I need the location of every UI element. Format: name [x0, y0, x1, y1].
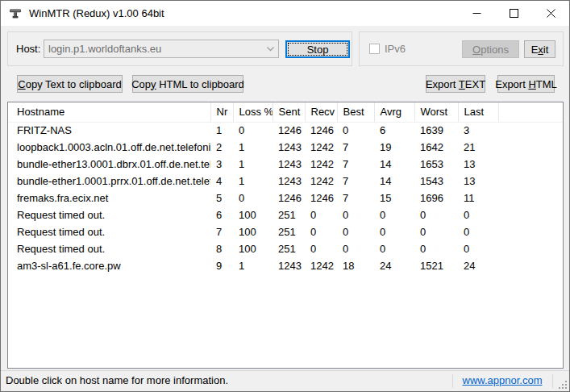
- cell-avrg: 0: [374, 223, 414, 240]
- window-title: WinMTR (Redux) v1.00 64bit: [29, 7, 164, 19]
- cell-recv: 1242: [305, 156, 337, 173]
- cell-nr: 4: [210, 173, 233, 190]
- window-controls: [458, 1, 569, 26]
- cell-filler: [498, 139, 563, 156]
- cell-nr: 3: [210, 156, 233, 173]
- ipv6-label: IPv6: [385, 43, 406, 55]
- title-bar: WinMTR (Redux) v1.00 64bit: [1, 1, 569, 26]
- cell-best: 7: [337, 139, 374, 156]
- cell-filler: [498, 223, 563, 240]
- table-row[interactable]: FRITZ-NAS10124612460616393: [8, 122, 563, 139]
- copy-text-button-label: Copy Text to clipboard: [18, 78, 121, 90]
- cell-last: 0: [458, 240, 498, 257]
- cell-last: 13: [458, 173, 498, 190]
- cell-avrg: 24: [374, 257, 414, 274]
- status-link-pane: www.appnor.com: [453, 371, 551, 390]
- cell-recv: 1242: [305, 139, 337, 156]
- cell-worst: 0: [414, 206, 458, 223]
- cell-last: 24: [458, 257, 498, 274]
- cell-worst: 1543: [414, 173, 458, 190]
- options-button-label: Options: [472, 44, 509, 56]
- export-html-button[interactable]: Export HTML: [497, 75, 555, 93]
- stop-button[interactable]: Stop: [285, 40, 350, 58]
- minimize-icon: [472, 9, 481, 18]
- minimize-button[interactable]: [458, 1, 495, 26]
- column-header-last[interactable]: Last: [458, 102, 498, 122]
- resize-grip[interactable]: [557, 379, 568, 390]
- table-row[interactable]: Request timed out.710025100000: [8, 223, 563, 240]
- cell-best: 0: [337, 240, 374, 257]
- column-header-worst[interactable]: Worst: [414, 102, 458, 122]
- stop-button-label: Stop: [307, 44, 329, 56]
- column-header-recv[interactable]: Recv: [305, 102, 337, 122]
- hop-table: Hostname Nr Loss % Sent Recv Best Avrg W…: [8, 102, 563, 274]
- exit-button[interactable]: Exit: [524, 40, 555, 58]
- table-row[interactable]: bundle-ether13.0001.dbrx.01.off.de.net.t…: [8, 156, 563, 173]
- table-row[interactable]: Request timed out.810025100000: [8, 240, 563, 257]
- status-message: Double click on host name for more infor…: [6, 371, 228, 390]
- cell-nr: 7: [210, 223, 233, 240]
- appnor-link[interactable]: www.appnor.com: [463, 374, 543, 386]
- cell-last: 11: [458, 190, 498, 206]
- column-header-avrg[interactable]: Avrg: [374, 102, 414, 122]
- cell-filler: [498, 206, 563, 223]
- cell-sent: 1246: [273, 122, 305, 139]
- copy-html-button[interactable]: Copy HTML to clipboard: [132, 75, 243, 93]
- cell-recv: 0: [305, 223, 337, 240]
- cell-recv: 1242: [305, 173, 337, 190]
- cell-worst: 0: [414, 240, 458, 257]
- cell-hostname: bundle-ether13.0001.dbrx.01.off.de.net.t…: [8, 156, 210, 173]
- cell-nr: 2: [210, 139, 233, 156]
- cell-best: 0: [337, 223, 374, 240]
- cell-recv: 1242: [305, 257, 337, 274]
- table-row[interactable]: am3-sl-a61.fe.core.pw9112431242182415212…: [8, 257, 563, 274]
- copy-text-button[interactable]: Copy Text to clipboard: [17, 75, 123, 93]
- cell-best: 7: [337, 173, 374, 190]
- cell-worst: 1521: [414, 257, 458, 274]
- cell-sent: 251: [273, 206, 305, 223]
- maximize-button[interactable]: [495, 1, 532, 26]
- cell-last: 3: [458, 122, 498, 139]
- ipv6-checkbox: [369, 44, 380, 54]
- options-button: Options: [462, 40, 519, 58]
- table-header-row: Hostname Nr Loss % Sent Recv Best Avrg W…: [8, 102, 563, 122]
- cell-loss: 100: [233, 240, 273, 257]
- cell-loss: 1: [233, 173, 273, 190]
- cell-last: 0: [458, 206, 498, 223]
- table-row[interactable]: loopback1.0003.acln.01.off.de.net.telefo…: [8, 139, 563, 156]
- column-header-sent[interactable]: Sent: [273, 102, 305, 122]
- cell-sent: 1243: [273, 257, 305, 274]
- cell-nr: 5: [210, 190, 233, 206]
- close-icon: [547, 9, 555, 18]
- chevron-down-icon: [267, 47, 274, 52]
- export-text-button[interactable]: Export TEXT: [426, 75, 485, 93]
- winmtr-app-icon: [9, 7, 22, 20]
- cell-loss: 0: [233, 190, 273, 206]
- table-row[interactable]: bundle-ether1.0001.prrx.01.off.de.net.te…: [8, 173, 563, 190]
- column-header-hostname[interactable]: Hostname: [8, 102, 210, 122]
- column-header-best[interactable]: Best: [337, 102, 374, 122]
- maximize-icon: [510, 9, 518, 18]
- column-header-loss[interactable]: Loss %: [233, 102, 273, 122]
- column-header-nr[interactable]: Nr: [210, 102, 233, 122]
- cell-sent: 1243: [273, 139, 305, 156]
- cell-sent: 1246: [273, 190, 305, 206]
- cell-recv: 0: [305, 206, 337, 223]
- close-button[interactable]: [532, 1, 569, 26]
- host-combobox[interactable]: login.p1.worldoftanks.eu: [44, 40, 279, 58]
- combobox-dropdown-button[interactable]: [263, 40, 278, 57]
- cell-loss: 1: [233, 139, 273, 156]
- table-row[interactable]: Request timed out.610025100000: [8, 206, 563, 223]
- cell-hostname: loopback1.0003.acln.01.off.de.net.telefo…: [8, 139, 210, 156]
- hop-table-body: FRITZ-NAS10124612460616393loopback1.0003…: [8, 122, 563, 274]
- cell-hostname: bundle-ether1.0001.prrx.01.off.de.net.te…: [8, 173, 210, 190]
- cell-loss: 1: [233, 156, 273, 173]
- host-label: Host:: [16, 43, 40, 55]
- cell-filler: [498, 156, 563, 173]
- cell-hostname: am3-sl-a61.fe.core.pw: [8, 257, 210, 274]
- copy-html-button-label: Copy HTML to clipboard: [131, 78, 244, 90]
- cell-worst: 1653: [414, 156, 458, 173]
- hop-list-view: Hostname Nr Loss % Sent Recv Best Avrg W…: [7, 102, 564, 369]
- host-group-frame: Host: login.p1.worldoftanks.eu Stop: [7, 31, 352, 66]
- table-row[interactable]: fremaks.fra.ecix.net5012461246715169611: [8, 190, 563, 206]
